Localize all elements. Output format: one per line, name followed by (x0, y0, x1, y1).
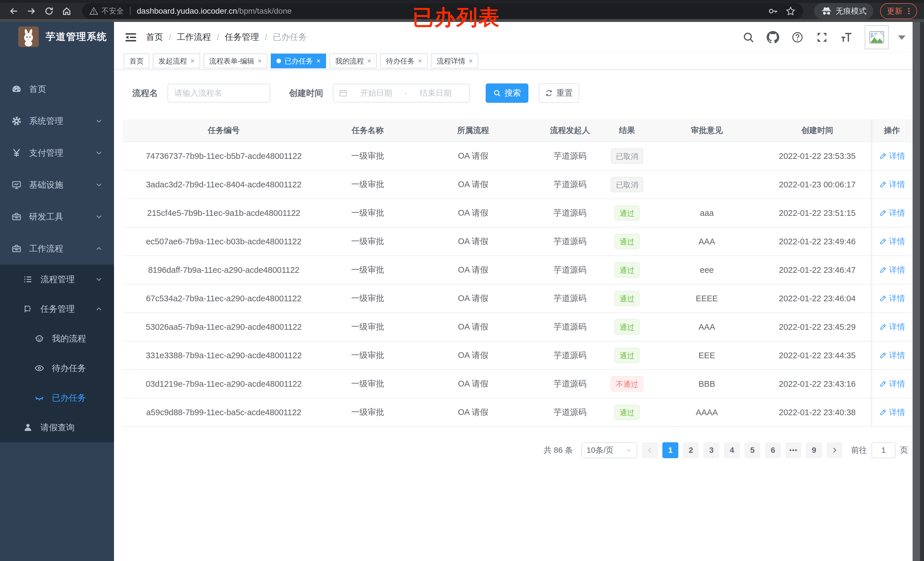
breadcrumb-item-0[interactable]: 首页 (146, 31, 163, 43)
reset-button[interactable]: 重置 (538, 84, 579, 103)
page-button-3[interactable]: 3 (704, 442, 719, 458)
detail-link[interactable]: 详情 (879, 407, 905, 418)
prev-page-button[interactable] (642, 442, 658, 458)
page-button-9[interactable]: 9 (806, 442, 822, 458)
page-button-5[interactable]: 5 (744, 442, 760, 458)
goto-page-input[interactable]: 1 (872, 442, 896, 458)
search-button[interactable]: 搜索 (486, 84, 528, 103)
table-row: a59c9d88-7b99-11ec-ba5c-acde48001122一级审批… (123, 398, 913, 427)
font-size-icon[interactable] (840, 31, 853, 43)
sidebar-item-7[interactable]: 任务管理 (0, 294, 114, 324)
reload-button[interactable] (42, 4, 56, 18)
search-icon[interactable] (742, 31, 755, 43)
process-cell: OA 请假 (410, 284, 536, 313)
detail-link-label: 详情 (889, 179, 905, 190)
edit-icon (879, 266, 887, 274)
detail-link[interactable]: 详情 (879, 208, 905, 218)
close-icon[interactable]: × (418, 57, 422, 64)
date-range-input[interactable]: 开始日期 - 结束日期 (333, 84, 470, 103)
tab-1[interactable]: 发起流程× (153, 54, 200, 68)
page-size-select[interactable]: 10条/页 (581, 442, 637, 458)
tab-6[interactable]: 流程详情× (431, 54, 478, 68)
close-icon[interactable]: × (316, 57, 320, 64)
detail-link[interactable]: 详情 (879, 350, 905, 361)
tab-0[interactable]: 首页 (124, 54, 149, 68)
goto-page-value: 1 (881, 446, 886, 455)
sidebar-item-2[interactable]: 支付管理 (0, 137, 114, 169)
detail-link[interactable]: 详情 (879, 151, 905, 162)
comment-cell: aaa (650, 199, 764, 227)
sidebar-item-11[interactable]: 请假查询 (0, 413, 114, 442)
sidebar-item-0[interactable]: 首页 (0, 73, 114, 105)
search-icon (493, 89, 501, 97)
window-scrollbar[interactable] (913, 22, 924, 561)
action-cell: 详情 (871, 313, 913, 341)
sidebar-item-1[interactable]: 系统管理 (0, 105, 114, 137)
edit-icon (879, 352, 887, 359)
starter-cell: 芋道源码 (536, 142, 604, 170)
update-button[interactable]: 更新 (880, 3, 917, 19)
process-name-input[interactable]: 请输入流程名 (168, 84, 270, 103)
back-button[interactable] (7, 4, 21, 18)
insecure-label[interactable]: 不安全 (102, 6, 124, 16)
key-icon[interactable] (768, 6, 778, 16)
more-vertical-icon[interactable] (904, 7, 913, 15)
close-icon[interactable]: × (367, 57, 371, 64)
starter-cell: 芋道源码 (536, 256, 604, 284)
tab-2[interactable]: 流程表单-编辑× (204, 54, 267, 68)
sidebar-item-4[interactable]: 研发工具 (0, 201, 114, 233)
sidebar-item-3[interactable]: 基础设施 (0, 169, 114, 201)
sidebar-item-label: 系统管理 (29, 115, 63, 127)
chevron-up-icon (94, 244, 103, 253)
app-window: 不安全 dashboard.yudao.iocoder.cn /bpm/task… (0, 0, 924, 561)
star-icon[interactable] (786, 6, 796, 16)
app-logo-row[interactable]: 芋道管理系统 (0, 22, 114, 51)
sidebar-item-10[interactable]: 已办任务 (0, 383, 114, 413)
task-name-cell: 一级审批 (325, 398, 410, 426)
process-cell: OA 请假 (410, 142, 536, 170)
page-button-4[interactable]: 4 (724, 442, 740, 458)
close-icon[interactable]: × (258, 57, 262, 64)
sidebar-item-8[interactable]: 我的流程 (0, 324, 114, 353)
detail-link[interactable]: 详情 (879, 293, 905, 304)
tab-3[interactable]: 已办任务× (271, 54, 326, 68)
close-icon[interactable]: × (468, 57, 472, 64)
breadcrumb-item-2[interactable]: 任务管理 (225, 31, 259, 43)
detail-link[interactable]: 详情 (879, 265, 905, 275)
help-icon[interactable] (791, 31, 804, 43)
sidebar-item-6[interactable]: 流程管理 (0, 265, 114, 294)
tab-label: 流程详情 (436, 56, 465, 66)
task-name-cell: 一级审批 (325, 284, 410, 313)
task-id-cell: 53026aa5-7b9a-11ec-a290-acde48001122 (123, 313, 325, 341)
starter-cell: 芋道源码 (536, 171, 604, 199)
avatar[interactable] (865, 25, 889, 49)
fullscreen-icon[interactable] (816, 31, 828, 43)
status-badge: 通过 (615, 234, 639, 249)
detail-link[interactable]: 详情 (879, 236, 905, 247)
caret-down-icon[interactable] (896, 31, 908, 43)
forward-button[interactable] (24, 4, 38, 18)
next-page-button[interactable] (826, 442, 843, 458)
action-cell: 详情 (871, 142, 913, 170)
page-ellipsis[interactable]: ••• (786, 442, 801, 458)
detail-link[interactable]: 详情 (879, 179, 905, 190)
tab-4[interactable]: 我的流程× (330, 54, 377, 68)
page-button-2[interactable]: 2 (683, 442, 699, 458)
github-icon[interactable] (766, 31, 779, 43)
reload-icon (44, 6, 54, 16)
breadcrumb-item-1[interactable]: 工作流程 (177, 31, 211, 43)
home-button[interactable] (60, 4, 74, 18)
sidebar-item-5[interactable]: 工作流程 (0, 233, 114, 265)
sidebar-item-9[interactable]: 待办任务 (0, 353, 114, 383)
page-button-1[interactable]: 1 (662, 442, 678, 458)
close-icon[interactable]: × (190, 57, 194, 64)
task-id-cell: 215cf4e5-7b9b-11ec-9a1b-acde48001122 (123, 199, 325, 227)
detail-link[interactable]: 详情 (879, 322, 905, 332)
chevron-down-icon (94, 212, 103, 221)
tab-5[interactable]: 待办任务× (380, 54, 428, 68)
tab-label: 已办任务 (285, 56, 313, 66)
collapse-sidebar-icon[interactable] (124, 31, 137, 43)
table-body: 74736737-7b9b-11ec-b5b7-acde48001122一级审批… (123, 142, 913, 427)
page-button-6[interactable]: 6 (765, 442, 781, 458)
detail-link[interactable]: 详情 (879, 378, 905, 389)
